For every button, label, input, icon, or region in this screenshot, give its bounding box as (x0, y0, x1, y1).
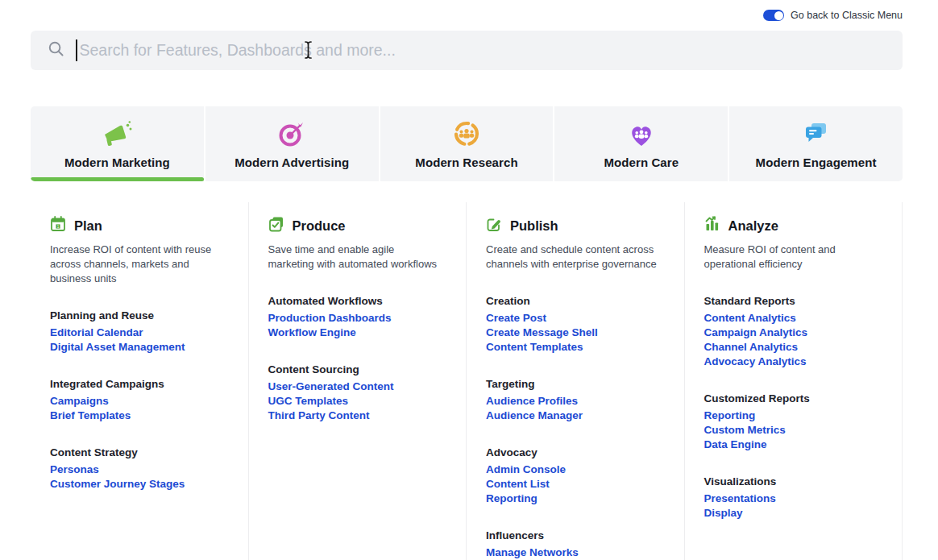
column-header: Publish (486, 216, 662, 235)
bar-chart-icon (704, 216, 720, 235)
group-heading: Planning and Reuse (50, 309, 226, 321)
menu-link[interactable]: Editorial Calendar (50, 326, 226, 340)
column-title: Publish (510, 218, 558, 234)
menu-group: Targeting Audience Profiles Audience Man… (486, 378, 662, 423)
group-heading: Creation (486, 295, 662, 307)
menu-group: Creation Create Post Create Message Shel… (486, 295, 662, 355)
search-bar[interactable] (31, 31, 903, 70)
calendar-icon: 1 (50, 216, 66, 235)
menu-link[interactable]: Audience Profiles (486, 394, 662, 409)
menu-group: Content Sourcing User-Generated Content … (268, 363, 444, 423)
tab-label: Modern Research (415, 156, 517, 169)
classic-menu-toggle[interactable] (763, 10, 784, 21)
group-heading: Advocacy (486, 446, 662, 458)
chat-bubbles-icon (800, 118, 832, 149)
menu-link[interactable]: Custom Metrics (704, 423, 880, 438)
column-header: Analyze (704, 216, 880, 235)
menu-columns: 1 Plan Increase ROI of content with reus… (31, 202, 903, 560)
column-title: Produce (293, 218, 346, 234)
menu-group: Automated Workflows Production Dashboard… (268, 295, 444, 340)
menu-link[interactable]: Workflow Engine (268, 326, 444, 340)
column-publish: Publish Create and schedule content acro… (467, 202, 685, 560)
tab-modern-engagement[interactable]: Modern Engagement (729, 106, 903, 181)
top-bar: Go back to Classic Menu (0, 0, 938, 24)
tab-label: Modern Advertising (234, 156, 349, 169)
column-description: Create and schedule content across chann… (486, 243, 662, 272)
menu-group: Advocacy Admin Console Content List Repo… (486, 446, 662, 506)
tab-modern-research[interactable]: Modern Research (380, 106, 554, 181)
column-header: Produce (268, 216, 444, 235)
group-heading: Content Sourcing (268, 363, 444, 375)
menu-link[interactable]: Display (704, 506, 880, 521)
menu-link[interactable]: Customer Journey Stages (50, 477, 226, 492)
menu-link[interactable]: Brief Templates (50, 409, 226, 423)
menu-link[interactable]: Reporting (704, 409, 880, 423)
menu-link[interactable]: Manage Networks (486, 545, 662, 560)
mega-menu-page: Go back to Classic Menu (0, 0, 938, 560)
column-analyze: Analyze Measure ROI of content and opera… (685, 202, 903, 560)
menu-link[interactable]: Campaigns (50, 394, 226, 409)
search-input[interactable] (80, 41, 889, 60)
menu-link[interactable]: Campaign Analytics (704, 326, 880, 340)
tab-modern-advertising[interactable]: Modern Advertising (205, 106, 379, 181)
menu-link[interactable]: Audience Manager (486, 409, 662, 423)
ibeam-mouse-cursor (303, 40, 313, 63)
tab-modern-marketing[interactable]: Modern Marketing (31, 106, 204, 181)
menu-group: Content Strategy Personas Customer Journ… (50, 446, 226, 492)
menu-link[interactable]: Personas (50, 463, 226, 477)
search-icon (47, 39, 65, 61)
menu-group: Planning and Reuse Editorial Calendar Di… (50, 309, 226, 355)
toggle-knob (774, 11, 783, 20)
menu-group: Standard Reports Content Analytics Campa… (704, 295, 880, 369)
menu-group: Integrated Campaigns Campaigns Brief Tem… (50, 378, 226, 423)
tab-modern-care[interactable]: Modern Care (554, 106, 728, 181)
menu-link[interactable]: Channel Analytics (704, 340, 880, 355)
active-tab-underline (31, 177, 204, 181)
menu-link[interactable]: Create Post (486, 311, 662, 326)
menu-link[interactable]: Content Templates (486, 340, 662, 355)
text-caret (76, 39, 77, 61)
megaphone-icon (101, 118, 133, 149)
column-title: Plan (74, 218, 102, 234)
column-produce: Produce Save time and enable agile marke… (249, 202, 467, 560)
column-description: Increase ROI of content with reuse acros… (50, 243, 226, 286)
group-heading: Visualizations (704, 475, 880, 487)
column-plan: 1 Plan Increase ROI of content with reus… (31, 202, 249, 560)
menu-link[interactable]: Content List (486, 477, 662, 492)
menu-link[interactable]: Third Party Content (268, 409, 444, 423)
edit-pencil-icon (486, 216, 502, 235)
care-heart-icon (625, 118, 658, 149)
toggle-label: Go back to Classic Menu (791, 10, 903, 21)
menu-link[interactable]: Content Analytics (704, 311, 880, 326)
menu-link[interactable]: Reporting (486, 492, 662, 506)
menu-link[interactable]: Data Engine (704, 438, 880, 452)
group-heading: Customized Reports (704, 392, 880, 404)
menu-link[interactable]: Production Dashboards (268, 311, 444, 326)
column-header: 1 Plan (50, 216, 226, 235)
menu-link[interactable]: User-Generated Content (268, 380, 444, 394)
research-ring-icon (450, 118, 483, 149)
column-description: Save time and enable agile marketing wit… (268, 243, 444, 272)
column-description: Measure ROI of content and operational e… (704, 243, 880, 272)
menu-link[interactable]: Admin Console (486, 463, 662, 477)
group-heading: Automated Workflows (268, 295, 444, 307)
group-heading: Integrated Campaigns (50, 378, 226, 390)
product-tabs: Modern Marketing Modern Advertising (31, 106, 903, 181)
group-heading: Targeting (486, 378, 662, 390)
menu-link[interactable]: Advocacy Analytics (704, 355, 880, 369)
menu-group: Customized Reports Reporting Custom Metr… (704, 392, 880, 452)
menu-link[interactable]: UGC Templates (268, 394, 444, 409)
tab-label: Modern Engagement (756, 156, 877, 169)
column-title: Analyze (728, 218, 778, 234)
menu-group: Influencers Manage Networks (486, 529, 662, 560)
menu-group: Visualizations Presentations Display (704, 475, 880, 521)
menu-link[interactable]: Presentations (704, 492, 880, 506)
svg-text:1: 1 (57, 225, 60, 229)
group-heading: Content Strategy (50, 446, 226, 458)
tab-label: Modern Marketing (64, 156, 170, 169)
menu-link[interactable]: Digital Asset Management (50, 340, 226, 355)
dartboard-icon (276, 118, 308, 149)
task-check-icon (268, 216, 284, 235)
menu-link[interactable]: Create Message Shell (486, 326, 662, 340)
group-heading: Standard Reports (704, 295, 880, 307)
